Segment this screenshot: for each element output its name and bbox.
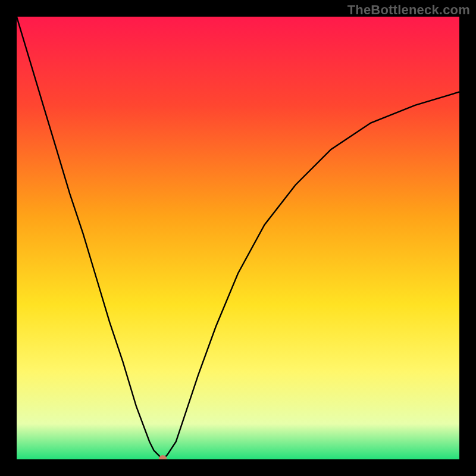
watermark-text: TheBottleneck.com [347,2,470,18]
chart-frame: TheBottleneck.com [0,0,476,476]
gradient-background [17,17,459,459]
chart-svg [17,17,459,459]
plot-area [17,17,459,459]
